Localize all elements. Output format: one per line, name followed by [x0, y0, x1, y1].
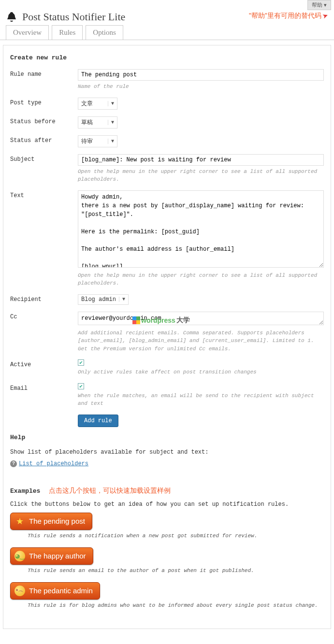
hint-subject: Open the help menu in the upper right co…	[78, 168, 324, 184]
hint-cc: Add additional recipient emails. Comma s…	[78, 329, 324, 353]
chevron-down-icon: ▼	[108, 139, 114, 144]
label-active: Active	[10, 359, 78, 368]
label-post-type: Post type	[10, 98, 78, 106]
label-status-after: Status after	[10, 135, 78, 144]
add-rule-button[interactable]: Add rule	[78, 415, 118, 427]
label-rule-name: Rule name	[10, 69, 78, 78]
examples-intro: Click the buttons below to get an idea o…	[10, 501, 324, 508]
email-checkbox[interactable]: ✔	[78, 383, 84, 389]
example-happy-author-button[interactable]: ◕‿ The happy author	[10, 547, 93, 565]
label-recipient: Recipient	[10, 294, 78, 303]
arrow-icon: ➤	[321, 11, 330, 20]
frown-icon: •︵	[15, 586, 25, 596]
annotation-examples: 点击这几个按钮，可以快速加载设置样例	[49, 487, 171, 495]
chevron-down-icon: ▼	[108, 101, 114, 106]
label-text: Text	[10, 190, 78, 199]
status-before-select[interactable]: 草稿▼	[78, 116, 117, 129]
help-tab-button[interactable]: 帮助 ▾	[307, 0, 331, 10]
status-after-select[interactable]: 待审▼	[78, 135, 117, 147]
plugin-bell-icon	[6, 11, 17, 23]
help-text: Show list of placeholders available for …	[10, 449, 324, 456]
watermark: wordpress大学	[132, 316, 190, 325]
nav-tabs: Overview Rules Options	[0, 25, 334, 40]
example-desc: This rule sends a notification when a ne…	[28, 533, 324, 539]
chevron-down-icon: ▼	[108, 120, 114, 125]
examples-heading: Examples	[10, 487, 40, 495]
recipient-select[interactable]: Blog admin▼	[78, 294, 129, 305]
active-checkbox[interactable]: ✔	[78, 359, 84, 366]
label-cc: Cc	[10, 312, 78, 320]
tab-options[interactable]: Options	[86, 25, 123, 40]
example-pending-post-button[interactable]: ★ The pending post	[10, 513, 92, 530]
hint-rule-name: Name of the rule	[78, 83, 324, 91]
label-email: Email	[10, 383, 78, 392]
placeholders-link[interactable]: List of placeholders	[19, 460, 88, 467]
tab-rules[interactable]: Rules	[52, 25, 83, 40]
section-create-rule: Create new rule	[10, 54, 324, 61]
star-icon: ★	[15, 516, 25, 527]
label-status-before: Status before	[10, 116, 78, 125]
cc-input[interactable]: reviewer@yourdomain.com	[78, 312, 324, 325]
example-desc: This rule is for blog admins who want to…	[28, 602, 324, 608]
page-title: Post Status Notifier Lite	[22, 11, 249, 23]
tab-overview[interactable]: Overview	[6, 25, 49, 40]
label-subject: Subject	[10, 154, 78, 163]
example-pedantic-admin-button[interactable]: •︵ The pedantic admin	[10, 582, 100, 600]
watermark-logo-icon	[132, 316, 140, 324]
smiley-icon: ◕‿	[15, 551, 25, 561]
chevron-down-icon: ▼	[119, 297, 125, 302]
hint-text: Open the help menu in the upper right co…	[78, 272, 324, 287]
hint-active: Only active rules take affect on post tr…	[78, 368, 324, 376]
post-type-select[interactable]: 文章▼	[78, 98, 117, 110]
hint-email: When the rule matches, an email will be …	[78, 392, 324, 408]
help-question-icon: ?	[10, 460, 17, 467]
rule-name-input[interactable]	[78, 69, 324, 81]
annotation-help: "帮助"里有可用的替代码➤	[249, 12, 328, 20]
text-textarea[interactable]: Howdy admin, there is a new post by [aut…	[78, 190, 324, 268]
example-desc: This rule sends an email to the author o…	[28, 568, 324, 573]
subject-input[interactable]	[78, 154, 324, 166]
help-heading: Help	[10, 434, 324, 441]
